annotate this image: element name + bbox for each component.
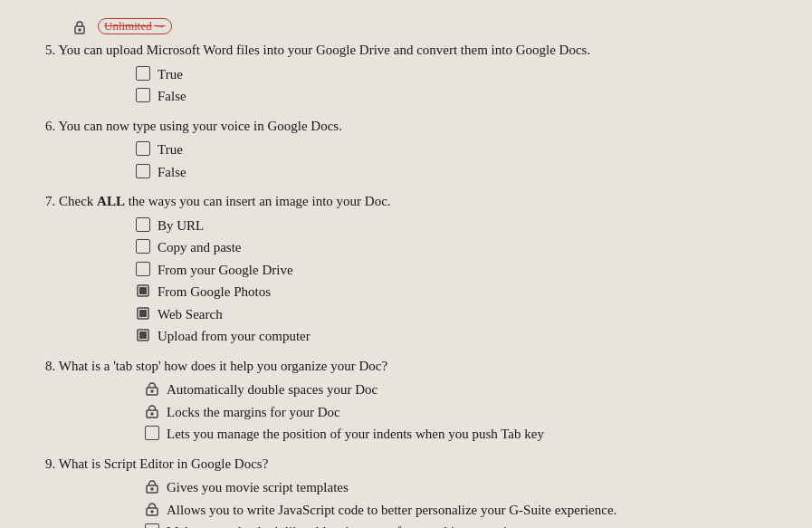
option-text: Lets you manage the position of your ind… <box>167 424 767 445</box>
list-item: From Google Photos <box>136 282 767 302</box>
checkbox-icon[interactable] <box>136 88 150 102</box>
lock-icon[interactable] <box>145 502 159 516</box>
option-text: True <box>158 139 767 160</box>
list-item: Gives you movie script templates <box>145 477 767 498</box>
checkbox-icon[interactable] <box>136 66 150 81</box>
checkbox-icon[interactable] <box>136 217 150 232</box>
option-text: From Google Photos <box>158 282 767 302</box>
list-item: From your Google Drive <box>136 260 767 281</box>
list-item: Upload from your computer <box>136 326 767 347</box>
list-item: True <box>136 64 767 85</box>
unlimited-badge: Unlimited <box>98 18 172 34</box>
question-7-text: 7. Check ALL the ways you can insert an … <box>45 191 767 212</box>
checkbox-icon[interactable] <box>145 426 159 440</box>
checkbox-icon[interactable] <box>145 523 159 528</box>
option-text: Web Search <box>158 304 767 325</box>
option-text: Copy and paste <box>158 237 767 258</box>
svg-rect-13 <box>151 488 154 491</box>
option-text: Automatically double spaces your Doc <box>167 379 767 400</box>
checkbox-filled-icon[interactable] <box>136 283 150 298</box>
svg-rect-1 <box>79 29 81 32</box>
option-text: By URL <box>158 216 767 236</box>
question-9-text: 9. What is Script Editor in Google Docs? <box>45 454 767 475</box>
list-item: Makes your doc look like old script pape… <box>145 522 767 528</box>
list-item: Copy and paste <box>136 237 767 258</box>
option-text: False <box>158 162 767 183</box>
checkbox-icon[interactable] <box>136 141 150 156</box>
question-8: 8. What is a 'tab stop' how does it help… <box>45 356 767 445</box>
option-text: Makes your doc look like old script pape… <box>167 522 767 528</box>
lock-icon[interactable] <box>145 479 159 494</box>
question-7-options: By URL Copy and paste From your Google D… <box>45 216 767 347</box>
question-5-text: 5. You can upload Microsoft Word files i… <box>45 40 767 61</box>
checkbox-icon[interactable] <box>136 262 150 276</box>
svg-rect-15 <box>151 510 154 513</box>
list-item: Locks the margins for your Doc <box>145 402 767 423</box>
q7-bold: ALL <box>97 194 125 208</box>
question-8-options: Automatically double spaces your Doc Loc… <box>45 379 767 445</box>
question-6: 6. You can now type using your voice in … <box>45 116 767 183</box>
option-text: Gives you movie script templates <box>167 477 767 498</box>
question-6-text: 6. You can now type using your voice in … <box>45 116 767 137</box>
q7-prefix: Check <box>59 194 97 208</box>
svg-rect-11 <box>151 412 154 415</box>
list-item: True <box>136 139 767 160</box>
page-content: Unlimited 5. You can upload Microsoft Wo… <box>18 9 794 528</box>
option-text: Locks the margins for your Doc <box>167 402 767 423</box>
option-text: True <box>158 64 767 85</box>
list-item: False <box>136 86 767 107</box>
list-item: By URL <box>136 216 767 236</box>
list-item: Automatically double spaces your Doc <box>145 379 767 400</box>
question-7: 7. Check ALL the ways you can insert an … <box>45 191 767 347</box>
lock-icon[interactable] <box>145 404 159 418</box>
checkbox-filled-icon[interactable] <box>136 328 150 342</box>
top-row: Unlimited <box>45 18 767 34</box>
option-text: From your Google Drive <box>158 260 767 281</box>
question-6-options: True False <box>45 139 767 182</box>
question-9-options: Gives you movie script templates Allows … <box>45 477 767 528</box>
checkbox-filled-icon[interactable] <box>136 306 150 321</box>
q7-suffix: the ways you can insert an image into yo… <box>125 194 391 208</box>
list-item: False <box>136 162 767 183</box>
lock-icon[interactable] <box>145 381 159 396</box>
option-text: Allows you to write JavaScript code to b… <box>167 500 767 521</box>
checkbox-icon[interactable] <box>136 164 150 178</box>
svg-rect-7 <box>139 331 147 339</box>
list-item: Lets you manage the position of your ind… <box>145 424 767 445</box>
option-text: Upload from your computer <box>158 326 767 347</box>
question-8-text: 8. What is a 'tab stop' how does it help… <box>45 356 767 377</box>
checkbox-icon[interactable] <box>136 239 150 254</box>
question-5: 5. You can upload Microsoft Word files i… <box>45 40 767 107</box>
question-9: 9. What is Script Editor in Google Docs?… <box>45 454 767 529</box>
list-item: Allows you to write JavaScript code to b… <box>145 500 767 521</box>
list-item: Web Search <box>136 304 767 325</box>
question-5-options: True False <box>45 64 767 107</box>
svg-rect-5 <box>139 310 147 317</box>
svg-rect-9 <box>151 390 154 393</box>
option-text: False <box>158 86 767 107</box>
lock-icon-top <box>72 20 87 34</box>
svg-rect-3 <box>139 287 147 294</box>
